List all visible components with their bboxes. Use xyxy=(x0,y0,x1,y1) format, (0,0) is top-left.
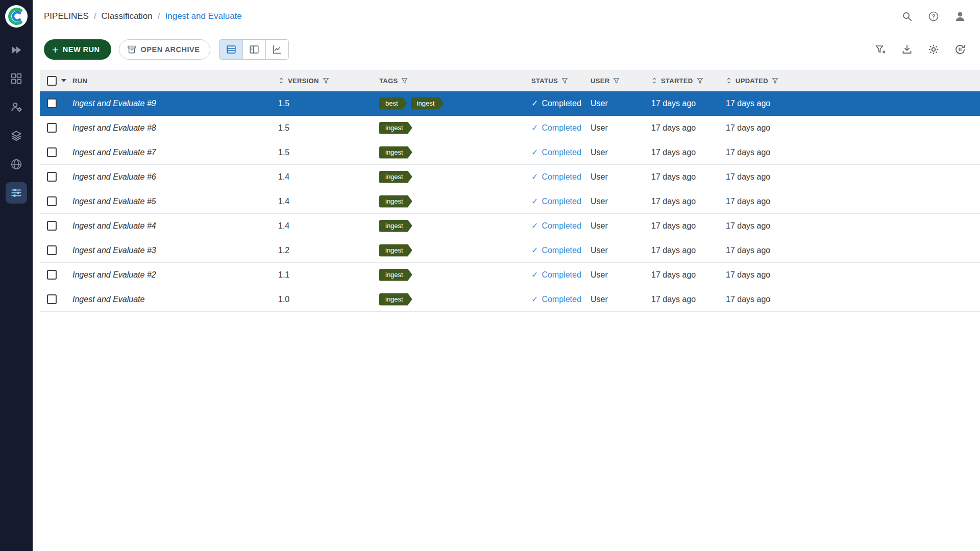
tag-badge: ingest xyxy=(379,244,412,257)
column-header[interactable]: STATUS xyxy=(531,77,591,85)
sidebar-item-reports[interactable] xyxy=(6,154,27,175)
run-user: User xyxy=(591,148,608,157)
column-label: UPDATED xyxy=(736,77,768,85)
column-header[interactable]: UPDATED xyxy=(726,77,980,85)
table-row[interactable]: Ingest and Evaluate 1.0 ingest Completed… xyxy=(40,287,980,312)
tags-cell: ingest xyxy=(379,195,531,208)
table-row[interactable]: Ingest and Evaluate #2 1.1 ingest Comple… xyxy=(40,263,980,287)
clearml-logo[interactable] xyxy=(5,5,28,28)
search-icon[interactable] xyxy=(900,10,914,23)
table-row[interactable]: Ingest and Evaluate #7 1.5 ingest Comple… xyxy=(40,140,980,165)
run-started: 17 days ago xyxy=(651,246,696,255)
updated-cell: 17 days ago xyxy=(726,246,980,255)
check-icon xyxy=(531,98,538,108)
table-row[interactable]: Ingest and Evaluate #6 1.4 ingest Comple… xyxy=(40,165,980,189)
run-name-link[interactable]: Ingest and Evaluate #4 xyxy=(72,221,156,231)
run-status: Completed xyxy=(542,172,581,182)
row-checkbox[interactable] xyxy=(47,270,57,280)
sort-icon[interactable] xyxy=(278,77,284,84)
updated-cell: 17 days ago xyxy=(726,197,980,206)
run-version: 1.5 xyxy=(278,148,289,157)
row-checkbox[interactable] xyxy=(47,147,57,157)
row-checkbox[interactable] xyxy=(47,172,57,182)
version-cell: 1.2 xyxy=(278,246,379,255)
table-row[interactable]: Ingest and Evaluate #3 1.2 ingest Comple… xyxy=(40,238,980,263)
run-name-link[interactable]: Ingest and Evaluate #6 xyxy=(72,172,156,182)
column-label: VERSION xyxy=(288,77,319,85)
open-archive-button[interactable]: OPEN ARCHIVE xyxy=(119,39,211,60)
updated-cell: 17 days ago xyxy=(726,123,980,133)
topbar: PIPELINES / Classification / Ingest and … xyxy=(33,0,980,33)
row-select-cell xyxy=(40,196,67,206)
run-name-link[interactable]: Ingest and Evaluate #7 xyxy=(72,148,156,157)
started-cell: 17 days ago xyxy=(651,99,726,108)
tag-badge: ingest xyxy=(379,146,412,159)
run-cell: Ingest and Evaluate #5 xyxy=(67,197,278,206)
table-row[interactable]: Ingest and Evaluate #4 1.4 ingest Comple… xyxy=(40,214,980,238)
run-name-link[interactable]: Ingest and Evaluate #3 xyxy=(72,246,156,255)
sidebar-item-datasets[interactable] xyxy=(6,68,27,89)
tag-badge: best xyxy=(379,97,407,110)
row-checkbox[interactable] xyxy=(47,245,57,255)
sidebar-item-models[interactable] xyxy=(6,125,27,146)
run-name-link[interactable]: Ingest and Evaluate xyxy=(72,295,144,304)
column-header[interactable]: STARTED xyxy=(651,77,726,85)
breadcrumb-project[interactable]: Classification xyxy=(102,11,153,21)
tags-cell: ingest xyxy=(379,122,531,134)
sort-icon[interactable] xyxy=(651,77,657,84)
new-run-button[interactable]: NEW RUN xyxy=(44,39,111,60)
breadcrumb-root[interactable]: PIPELINES xyxy=(44,11,89,21)
table-row[interactable]: Ingest and Evaluate #9 1.5 bestingest Co… xyxy=(40,91,980,116)
settings-icon[interactable] xyxy=(927,43,940,56)
column-header[interactable]: USER xyxy=(591,77,651,85)
row-select-cell xyxy=(40,147,67,157)
clear-filters-icon[interactable] xyxy=(874,43,887,56)
row-select-cell xyxy=(40,172,67,182)
filter-icon[interactable] xyxy=(561,78,568,84)
chart-view-button[interactable] xyxy=(265,40,288,59)
run-cell: Ingest and Evaluate #8 xyxy=(67,123,278,133)
filter-icon[interactable] xyxy=(772,78,778,84)
user-cell: User xyxy=(591,148,651,157)
help-icon[interactable]: ? xyxy=(927,10,940,23)
table-row[interactable]: Ingest and Evaluate #8 1.5 ingest Comple… xyxy=(40,116,980,140)
tags-cell: ingest xyxy=(379,293,531,306)
split-view-button[interactable] xyxy=(242,40,265,59)
run-name-link[interactable]: Ingest and Evaluate #5 xyxy=(72,197,156,206)
column-header[interactable]: TAGS xyxy=(379,77,531,85)
sort-icon[interactable] xyxy=(726,77,732,84)
run-cell: Ingest and Evaluate #6 xyxy=(67,172,278,182)
tag-badge: ingest xyxy=(379,122,412,134)
tag-badge: ingest xyxy=(379,293,412,306)
sidebar-item-projects[interactable] xyxy=(6,39,27,61)
filter-icon[interactable] xyxy=(401,78,408,84)
column-label: TAGS xyxy=(379,77,398,85)
status-cell: Completed xyxy=(531,98,591,108)
run-name-link[interactable]: Ingest and Evaluate #9 xyxy=(72,99,156,108)
row-checkbox[interactable] xyxy=(47,98,57,108)
run-started: 17 days ago xyxy=(651,148,696,157)
sidebar-item-pipelines[interactable] xyxy=(6,182,27,204)
row-checkbox[interactable] xyxy=(47,221,57,231)
filter-icon[interactable] xyxy=(613,78,620,84)
run-user: User xyxy=(591,172,608,182)
table-row[interactable]: Ingest and Evaluate #5 1.4 ingest Comple… xyxy=(40,189,980,214)
row-checkbox[interactable] xyxy=(47,294,57,304)
avatar[interactable] xyxy=(953,10,967,23)
auto-refresh-icon[interactable] xyxy=(953,43,967,56)
table-view-button[interactable] xyxy=(219,40,242,59)
column-header[interactable]: VERSION xyxy=(278,77,379,85)
run-name-link[interactable]: Ingest and Evaluate #2 xyxy=(72,270,156,280)
select-all-checkbox[interactable] xyxy=(47,76,57,86)
column-header[interactable]: RUN xyxy=(67,77,278,85)
filter-icon[interactable] xyxy=(697,78,703,84)
row-checkbox[interactable] xyxy=(47,123,57,133)
filter-icon[interactable] xyxy=(323,78,329,84)
caret-down-icon[interactable] xyxy=(61,79,66,82)
run-name-link[interactable]: Ingest and Evaluate #8 xyxy=(72,123,156,133)
row-checkbox[interactable] xyxy=(47,196,57,206)
sidebar-item-workers[interactable] xyxy=(6,96,27,118)
check-icon xyxy=(531,270,538,280)
split-view-icon xyxy=(249,44,260,55)
download-icon[interactable] xyxy=(900,43,914,56)
